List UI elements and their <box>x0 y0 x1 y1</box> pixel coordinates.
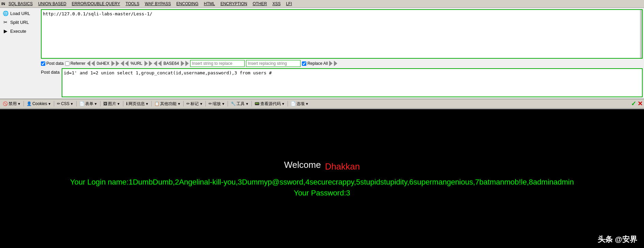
nav-bar: IN SQL BASICS UNION BASED ERROR/DOUBLE Q… <box>0 0 644 8</box>
nav-waf-bypass[interactable]: WAF BYPASS <box>143 1 173 7</box>
forms-icon: 📄 <box>79 101 85 106</box>
firebug-right: ✓ ✕ <box>631 100 643 107</box>
zoom-icon: ✏ <box>209 101 212 106</box>
tools-icon: 🔧 <box>231 101 236 106</box>
load-url-label: Load URL <box>10 11 30 16</box>
referrer-checkbox[interactable] <box>65 61 70 66</box>
check-icon[interactable]: ✓ <box>631 100 636 107</box>
hex-arrow-left[interactable] <box>87 61 90 66</box>
css-dropdown-icon: ▼ <box>70 102 74 106</box>
options-label: 选项 <box>296 101 305 107</box>
cookies-dropdown-icon: ▼ <box>48 102 51 106</box>
nav-encoding[interactable]: ENCODING <box>174 1 201 7</box>
hex-btn-group: 0xHEX <box>87 61 119 66</box>
cookies-icon: 👤 <box>27 101 32 106</box>
post-data-section-label: Post data <box>41 68 60 75</box>
scrollbar[interactable] <box>640 10 642 58</box>
login-name-label: Your Login name: <box>70 178 129 186</box>
firebug-forms[interactable]: 📄 表单 ▼ <box>78 100 99 107</box>
options-dropdown-icon: ▼ <box>305 102 309 106</box>
hex-arrow-right[interactable] <box>111 61 115 66</box>
nav-html[interactable]: HTML <box>202 1 217 7</box>
base64-arrow-right2[interactable] <box>185 61 189 66</box>
split-url-button[interactable]: ✂ Split URL <box>0 18 41 26</box>
firebug-zoom[interactable]: ✏ 缩放 ▼ <box>207 100 226 107</box>
password-line: Your Password:3 <box>294 189 350 198</box>
tools-label: 工具 <box>236 101 245 107</box>
url-arrow-left2[interactable] <box>125 61 128 66</box>
forms-label: 表单 <box>85 101 93 107</box>
separator-11 <box>288 101 288 106</box>
firebug-tools[interactable]: 🔧 工具 ▼ <box>229 100 250 107</box>
images-dropdown-icon: ▼ <box>117 102 120 106</box>
base64-arrow-left[interactable] <box>154 61 157 66</box>
firebug-pageinfo[interactable]: ℹ 网页信息 ▼ <box>125 100 150 107</box>
images-label: 图片 <box>108 101 116 107</box>
disable-dropdown-icon: ▼ <box>17 102 21 106</box>
nav-xss[interactable]: XSS <box>270 1 282 7</box>
x-icon[interactable]: ✕ <box>638 100 643 107</box>
referrer-checkbox-label[interactable]: Referrer <box>65 61 86 66</box>
execute-button[interactable]: ▶ Execute <box>0 27 41 35</box>
post-data-input[interactable]: id=1' and 1=2 union select 1,group_conca… <box>64 70 641 94</box>
zoom-dropdown-icon: ▼ <box>221 102 225 106</box>
nav-union-based[interactable]: UNION BASED <box>36 1 68 7</box>
url-arrow-left[interactable] <box>121 61 124 66</box>
base64-arrow-right[interactable] <box>181 61 184 66</box>
separator-8 <box>205 101 206 106</box>
nav-tools[interactable]: TOOLS <box>123 1 141 7</box>
base64-arrow-left2[interactable] <box>158 61 162 66</box>
url-btn-group: %URL <box>121 61 152 66</box>
nav-other[interactable]: OTHER <box>250 1 269 7</box>
sidebar: 🌐 Load URL ✂ Split URL ▶ Execute <box>0 8 41 99</box>
login-name-value: 1DumbDumb,2Angelinal-kill-you,3Dummyp@ss… <box>128 178 574 186</box>
post-data-checkbox-label[interactable]: Post data <box>41 61 64 66</box>
separator-3 <box>76 101 77 106</box>
welcome-name: Dhakkan <box>325 161 360 172</box>
insert-string-to-replace-input[interactable] <box>190 60 245 67</box>
nav-error-double-query[interactable]: ERROR/DOUBLE QUERY <box>70 1 122 7</box>
hex-arrow-left2[interactable] <box>91 61 95 66</box>
images-icon: 🖼 <box>103 101 107 106</box>
url-input-area: http://127.0.0.1/sqli-labs-master/Less-1… <box>41 9 643 59</box>
replace-arrow-right2[interactable] <box>334 61 337 66</box>
post-data-checkbox[interactable] <box>41 61 45 66</box>
url-input[interactable]: http://127.0.0.1/sqli-labs-master/Less-1… <box>43 11 641 56</box>
url-arrow-right[interactable] <box>144 61 148 66</box>
firebug-markers[interactable]: ✏ 标记 ▼ <box>185 100 204 107</box>
other-dropdown-icon: ▼ <box>177 102 181 106</box>
login-name-line: Your Login name:1DumbDumb,2Angelinal-kil… <box>70 177 574 188</box>
hex-arrow-right2[interactable] <box>116 61 119 66</box>
disable-label: 禁用 <box>9 101 17 107</box>
firebug-cookies[interactable]: 👤 Cookies ▼ <box>25 101 52 107</box>
firebug-disable[interactable]: 🚫 禁用 ▼ <box>1 100 22 107</box>
post-data-input-area: id=1' and 1=2 union select 1,group_conca… <box>62 68 643 97</box>
content-area: http://127.0.0.1/sqli-labs-master/Less-1… <box>41 8 644 99</box>
replace-all-checkbox[interactable] <box>302 61 306 66</box>
nav-sql-basics[interactable]: SQL BASICS <box>6 1 35 7</box>
url-encode-label: %URL <box>131 61 142 66</box>
firebug-source[interactable]: 📟 查看源代码 ▼ <box>253 100 286 107</box>
nav-lfi[interactable]: LFI <box>284 1 294 7</box>
firebug-options[interactable]: 📄 选项 ▼ <box>289 100 310 107</box>
css-icon: ✏ <box>57 101 60 106</box>
hex-label: 0xHEX <box>97 61 109 66</box>
split-url-label: Split URL <box>10 20 29 25</box>
source-icon: 📟 <box>255 101 260 106</box>
source-dropdown-icon: ▼ <box>281 102 285 106</box>
firebug-css[interactable]: ✏ CSS ▼ <box>56 101 75 107</box>
zoom-label: 缩放 <box>213 101 221 107</box>
separator-5 <box>123 101 123 106</box>
pageinfo-dropdown-icon: ▼ <box>145 102 149 106</box>
load-url-button[interactable]: 🌐 Load URL <box>0 9 41 17</box>
replace-arrow-right[interactable] <box>329 61 333 66</box>
replace-all-label[interactable]: Replace All <box>302 61 328 66</box>
firebug-bar: 🚫 禁用 ▼ 👤 Cookies ▼ ✏ CSS ▼ 📄 表单 ▼ <box>0 99 644 109</box>
webpage-area: Welcome Dhakkan Your Login name:1DumbDum… <box>0 109 644 248</box>
firebug-images[interactable]: 🖼 图片 ▼ <box>102 100 122 107</box>
pageinfo-icon: ℹ <box>126 101 128 106</box>
firebug-other[interactable]: 📋 其他功能 ▼ <box>153 100 182 107</box>
nav-encryption[interactable]: ENCRYPTION <box>218 1 249 7</box>
url-arrow-right2[interactable] <box>149 61 152 66</box>
insert-replacing-string-input[interactable] <box>246 60 301 67</box>
